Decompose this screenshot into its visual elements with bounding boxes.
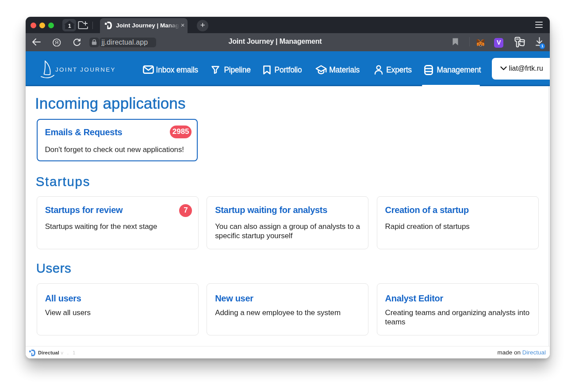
svg-text:1: 1 xyxy=(68,23,71,29)
